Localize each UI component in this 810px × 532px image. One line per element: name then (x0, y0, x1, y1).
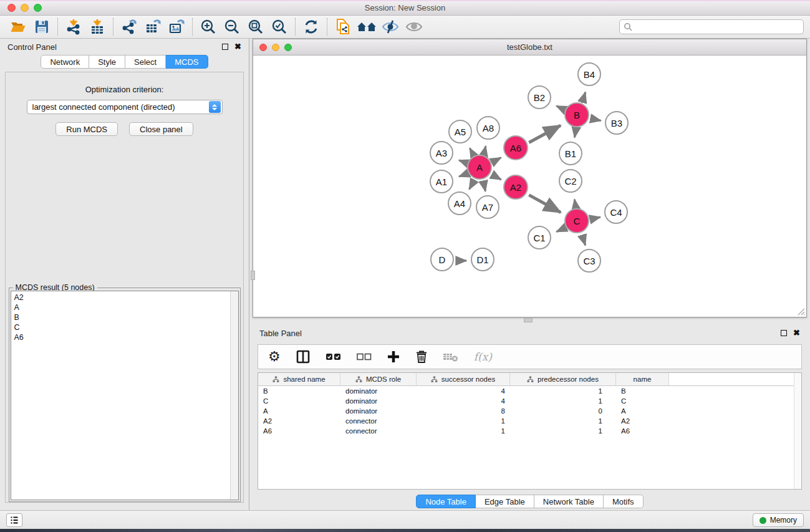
result-scrollbar[interactable] (230, 291, 238, 500)
delete-column-icon[interactable] (415, 347, 428, 366)
tab-network-table[interactable]: Network Table (534, 495, 604, 508)
tab-select[interactable]: Select (125, 55, 166, 69)
graph-node-c4[interactable]: C4 (604, 200, 628, 224)
left-splitter-handle[interactable] (251, 271, 255, 280)
zoom-fit-icon[interactable] (244, 17, 268, 37)
graph-node-a5[interactable]: A5 (448, 120, 472, 143)
network-canvas[interactable]: B4B2BB3A5A8A6B1A3AA1C2A2A4A7C4CC1C3DD1 (253, 56, 806, 317)
tab-node-table[interactable]: Node Table (416, 495, 476, 508)
duplicate-network-icon[interactable] (331, 17, 355, 37)
export-image-icon[interactable] (165, 17, 188, 37)
edge-C-C4[interactable] (591, 217, 600, 219)
mcds-result-item[interactable]: A2 (11, 293, 238, 302)
edge-C-C3[interactable] (582, 235, 586, 245)
home-first-neighbors-icon[interactable] (355, 17, 378, 37)
edge-B-B3[interactable] (592, 118, 601, 120)
graph-node-d1[interactable]: D1 (471, 248, 494, 271)
graph-node-d[interactable]: D (430, 248, 454, 271)
tab-motifs[interactable]: Motifs (604, 495, 644, 508)
close-window-button[interactable] (7, 4, 16, 12)
table-row[interactable]: A6connector11A6 (258, 426, 801, 436)
mcds-result-item[interactable]: A (11, 302, 238, 312)
network-minimize-button[interactable] (272, 44, 279, 51)
edge-A-A5[interactable] (470, 148, 474, 157)
edge-C-C2[interactable] (574, 200, 576, 209)
graph-node-a8[interactable]: A8 (476, 116, 500, 140)
float-table-panel-icon[interactable] (781, 330, 787, 336)
edge-A-A2[interactable] (493, 175, 501, 180)
edge-B-B1[interactable] (574, 130, 576, 138)
column-header-shared-name[interactable]: shared name (258, 373, 340, 385)
table-row[interactable]: Cdominator41C (258, 396, 801, 406)
table-row[interactable]: Bdominator41B (258, 386, 801, 396)
edge-A6-B[interactable] (529, 125, 561, 142)
graph-node-b2[interactable]: B2 (528, 85, 551, 109)
edge-A-A7[interactable] (483, 182, 485, 191)
add-column-icon[interactable] (387, 347, 400, 366)
table-settings-icon[interactable]: ⚙ (268, 347, 281, 366)
open-file-icon[interactable] (6, 17, 30, 37)
tab-style[interactable]: Style (89, 55, 125, 69)
edge-A-A6[interactable] (493, 158, 501, 162)
delete-table-icon[interactable] (443, 347, 459, 366)
mcds-result-item[interactable]: A6 (11, 332, 238, 342)
column-header-successor-nodes[interactable]: successor nodes (417, 373, 510, 385)
table-scrollbar[interactable] (794, 373, 801, 489)
mcds-result-item[interactable]: B (11, 312, 238, 322)
mcds-result-item[interactable]: C (11, 322, 238, 332)
column-header-mcds-role[interactable]: MCDS role (340, 373, 417, 385)
edge-B-B2[interactable] (556, 106, 566, 110)
show-details-icon[interactable] (402, 17, 426, 37)
graph-node-a3[interactable]: A3 (430, 141, 453, 165)
edge-A-A1[interactable] (459, 173, 468, 177)
export-table-icon[interactable] (141, 17, 165, 37)
column-header-name[interactable]: name (616, 373, 669, 385)
network-zoom-button[interactable] (284, 44, 292, 51)
close-panel-button[interactable]: Close panel (129, 122, 193, 136)
graph-node-b4[interactable]: B4 (577, 62, 601, 86)
edge-A-A4[interactable] (470, 180, 475, 189)
graph-node-a7[interactable]: A7 (476, 195, 499, 219)
graph-node-a6[interactable]: A6 (503, 135, 528, 160)
column-header-predecessor-nodes[interactable]: predecessor nodes (510, 373, 616, 385)
deselect-all-icon[interactable] (357, 347, 372, 366)
graph-node-a4[interactable]: A4 (448, 191, 471, 215)
edge-C-C1[interactable] (557, 228, 566, 231)
save-session-icon[interactable] (30, 17, 54, 37)
edge-B-B4[interactable] (582, 92, 585, 103)
memory-button[interactable]: Memory (753, 513, 804, 527)
graph-node-a2[interactable]: A2 (503, 175, 528, 200)
show-columns-icon[interactable] (296, 347, 311, 366)
edge-A-A8[interactable] (484, 146, 486, 155)
minimize-window-button[interactable] (21, 4, 29, 12)
edge-A-A3[interactable] (459, 160, 468, 163)
import-network-icon[interactable] (62, 17, 85, 37)
graph-node-b[interactable]: B (564, 102, 589, 127)
graph-node-b1[interactable]: B1 (559, 142, 582, 165)
criterion-dropdown[interactable]: largest connected component (directed) (27, 100, 223, 114)
function-builder-icon[interactable]: f(x) (474, 347, 492, 366)
table-row[interactable]: A2connector11A2 (258, 416, 801, 426)
graph-node-c[interactable]: C (564, 208, 589, 233)
zoom-window-button[interactable] (34, 4, 42, 12)
task-history-button[interactable] (6, 513, 22, 527)
run-mcds-button[interactable]: Run MCDS (55, 122, 118, 136)
export-network-icon[interactable] (117, 17, 141, 37)
zoom-in-icon[interactable] (196, 17, 220, 37)
tab-network[interactable]: Network (41, 55, 89, 69)
tab-edge-table[interactable]: Edge Table (476, 495, 534, 508)
close-table-panel-icon[interactable]: ✖ (793, 330, 800, 336)
graph-node-b3[interactable]: B3 (605, 111, 629, 135)
zoom-out-icon[interactable] (220, 17, 244, 37)
select-all-icon[interactable] (325, 347, 342, 366)
graph-node-c3[interactable]: C3 (577, 249, 601, 273)
search-input[interactable] (632, 22, 799, 31)
float-panel-icon[interactable] (222, 44, 228, 50)
graph-node-c2[interactable]: C2 (559, 169, 582, 193)
refresh-layout-icon[interactable] (299, 17, 323, 37)
resize-grip[interactable] (796, 307, 805, 316)
import-table-icon[interactable] (85, 17, 109, 37)
network-close-button[interactable] (259, 44, 267, 51)
table-row[interactable]: Adominator80A (258, 406, 801, 416)
graph-node-a1[interactable]: A1 (430, 170, 453, 193)
